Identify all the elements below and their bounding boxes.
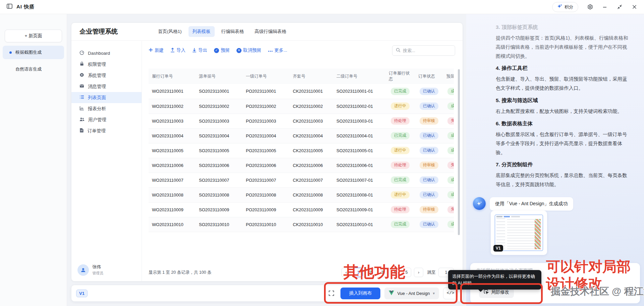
section-body: 右上角配置搜索框，配放大镜图标，支持关键词检索功能。 xyxy=(496,107,631,116)
table-cell: PO2023110006 xyxy=(243,158,289,173)
table-cell: WO2023110005 xyxy=(149,143,196,158)
toolbar-action-更多...[interactable]: 更多... xyxy=(268,47,287,53)
new-page-button[interactable]: + 新页面 xyxy=(5,30,62,42)
table-action-toolbar: 新建导入导出✓预留✕取消预留更多... xyxy=(149,41,287,60)
column-header-订单履行状态: 订单履行状态 xyxy=(385,69,415,84)
settings-gear-icon[interactable] xyxy=(587,4,593,10)
table-cell: WO2023110004 xyxy=(149,128,196,143)
sidebar-toggle-icon[interactable] xyxy=(7,4,12,10)
toolbar-action-预留[interactable]: ✓预留 xyxy=(214,47,230,53)
section-heading: 5. 搜索与筛选区域 xyxy=(496,97,631,104)
framework-select[interactable]: Vue - Ant Design ▾ xyxy=(384,288,439,299)
app-title: AI 快搭 xyxy=(16,4,35,10)
user-chip[interactable]: 张伟 管理员 xyxy=(77,264,103,276)
table-row[interactable]: WO2023110004SO2023110004PO2023110004CK20… xyxy=(149,128,454,143)
page-tabs: 首页(风格1)列表模板行编辑表格高级行编辑表格 xyxy=(154,26,290,37)
close-icon[interactable] xyxy=(631,4,637,10)
column-header-履行订单号: 履行订单号 xyxy=(149,69,196,84)
section-heading: 4. 操作工具栏 xyxy=(496,65,631,72)
generated-page-thumbnail-card[interactable]: V1 xyxy=(491,211,547,255)
sidebar-item-列表页面[interactable]: 列表页面 xyxy=(71,92,142,103)
pager-next-button[interactable]: › xyxy=(414,268,423,277)
table-cell: SO2023110003 xyxy=(196,114,243,128)
pager-prev-button[interactable]: ‹ xyxy=(341,268,351,277)
table-row[interactable]: WO2023110007SO2023110007PO2023110007CK20… xyxy=(149,173,454,187)
ai-response-section: 3. 顶部标签页系统提供四个功能标签页：首页(风格1)、列表模板、行编辑表格和高… xyxy=(496,24,631,60)
pager-page-5[interactable]: 5 xyxy=(402,268,411,277)
tab-行编辑表格[interactable]: 行编辑表格 xyxy=(217,26,248,37)
search-input[interactable] xyxy=(403,48,451,53)
points-button[interactable]: 积分 xyxy=(552,2,578,12)
pager-page-4[interactable]: 4 xyxy=(390,268,399,277)
plus-icon xyxy=(149,48,153,53)
table-cell: CK2023110009 xyxy=(289,202,333,217)
status-badge: 失败 xyxy=(447,117,454,125)
sidebar-item-用户管理[interactable]: 用户管理 xyxy=(71,114,142,125)
insert-to-canvas-button[interactable]: 插入到画布 xyxy=(340,288,381,299)
ai-avatar-sparkle-icon xyxy=(473,197,486,210)
table-row[interactable]: WO2023110002SO2023110002PO2023110002CK20… xyxy=(149,99,454,114)
pagination-summary: 显示第 1 至 20 条记录，共 100 条 xyxy=(149,270,212,275)
minimize-icon[interactable] xyxy=(602,4,608,10)
status-badge: 成功 xyxy=(447,88,454,95)
pager-page-3[interactable]: 3 xyxy=(378,268,387,277)
menu-item-label: 系统管理 xyxy=(88,73,106,79)
table-cell: SO2023110004 xyxy=(196,128,243,143)
watermark: 掘金技术社区 @ 程江涛 xyxy=(551,285,644,298)
fullscreen-expand-icon[interactable] xyxy=(326,288,336,298)
version-badge: V1 xyxy=(76,290,88,297)
status-badge: 已确认 xyxy=(420,147,438,154)
pager: ‹12345›跳至 xyxy=(341,268,454,277)
tab-高级行编辑表格[interactable]: 高级行编辑表格 xyxy=(251,26,290,37)
table-row[interactable]: WO2023110010SO2023110010PO2023110010CK20… xyxy=(149,217,454,232)
status-badge: 进行中 xyxy=(391,147,410,154)
status-badge: 待审核 xyxy=(420,117,438,125)
table-row[interactable]: WO2023110008SO2023110008PO2023110008CK20… xyxy=(149,187,454,202)
table-cell: PO2023110007 xyxy=(243,173,289,187)
sidebar-item-Dashboard[interactable]: Dashboard xyxy=(71,48,142,59)
data-table: 履行订单号源单据号一级订单号齐套号二级订单号订单履行状态订单状态预留结果预留时间… xyxy=(149,69,454,235)
search-icon xyxy=(396,48,400,54)
menu-item-label: 报表分析 xyxy=(88,106,106,112)
table-cell: SO2023110009 xyxy=(196,202,243,217)
table-cell: 进行中 xyxy=(385,187,415,202)
table-row[interactable]: WO2023110003SO2023110003PO2023110003CK20… xyxy=(149,114,454,128)
tab-列表模板[interactable]: 列表模板 xyxy=(189,26,215,37)
sidebar-item-订单管理[interactable]: 订单管理 xyxy=(71,125,142,136)
restore-icon[interactable] xyxy=(616,4,623,10)
toolbar-action-导出[interactable]: 导出 xyxy=(192,47,207,53)
menu-item-label: 权限管理 xyxy=(88,61,106,68)
local-edit-tooltip: 选择页面的一部分作为目标，以获得更准确的 AI 编辑 xyxy=(448,270,541,290)
pager-page-2[interactable]: 2 xyxy=(366,268,375,277)
sidebar-item-natural-language-generate[interactable]: 自然语言生成 xyxy=(3,62,64,76)
sidebar-item-消息管理[interactable]: 消息管理 xyxy=(71,81,142,92)
titlebar: AI 快搭 积分 xyxy=(0,0,644,14)
table-row[interactable]: WO2023110005SO2023110005PO2023110005CK20… xyxy=(149,143,454,158)
table-scrollbar[interactable] xyxy=(458,69,460,235)
toolbar-action-导入[interactable]: 导入 xyxy=(170,47,185,53)
status-badge: 待处理 xyxy=(391,162,410,169)
chevron-down-icon: ▾ xyxy=(433,291,435,296)
menu-item-label: 用户管理 xyxy=(88,117,106,123)
table-cell: 成功 xyxy=(443,187,454,202)
sidebar-item-报表分析[interactable]: 报表分析 xyxy=(71,103,142,114)
toolbar-action-新建[interactable]: 新建 xyxy=(149,47,164,53)
ai-response-section: 4. 操作工具栏包含新建、导入、导出、预留、取消预留等功能按钮，采用蓝色文字样式… xyxy=(496,65,631,93)
cancel-circle-icon: ✕ xyxy=(236,48,241,53)
menu-item-label: Dashboard xyxy=(88,51,110,56)
table-cell: SO2023110008 xyxy=(196,187,243,202)
table-row[interactable]: WO2023110009SO2023110009PO2023110009CK20… xyxy=(149,202,454,217)
pager-page-1[interactable]: 1 xyxy=(354,268,363,277)
toolbar-action-取消预留[interactable]: ✕取消预留 xyxy=(236,47,261,53)
table-row[interactable]: WO2023110001SO2023110001PO2023110001CK20… xyxy=(149,84,454,99)
column-header-齐套号: 齐套号 xyxy=(289,69,333,84)
sidebar-item-系统管理[interactable]: 系统管理 xyxy=(71,70,142,81)
table-row[interactable]: WO2023110006SO2023110006PO2023110006CK20… xyxy=(149,158,454,173)
table-cell: SO2023110004-01 xyxy=(333,128,385,143)
sidebar-item-权限管理[interactable]: 权限管理 xyxy=(71,59,142,70)
sidebar-item-screenshot-generate[interactable]: 根据截图生成 xyxy=(3,46,64,59)
tab-首页(风格1)[interactable]: 首页(风格1) xyxy=(154,26,186,37)
framework-select-value: Vue - Ant Design xyxy=(397,291,430,296)
table-cell: WO2023110002 xyxy=(149,99,196,114)
avatar xyxy=(77,264,89,276)
